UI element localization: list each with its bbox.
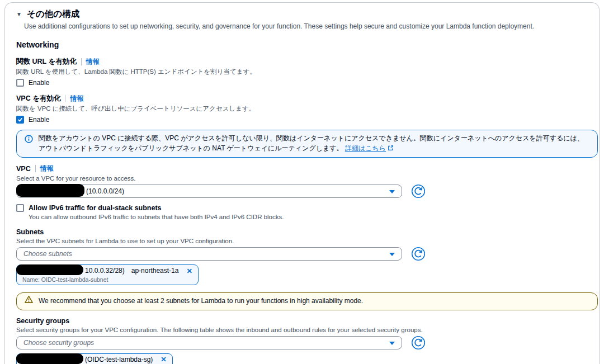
function-url-enable-checkbox[interactable] [16, 79, 24, 87]
vpc-description: Select a VPC for your resource to access… [16, 174, 597, 182]
refresh-icon [411, 184, 426, 198]
ipv6-description: You can allow outbound IPv6 traffic to s… [29, 213, 597, 221]
subnets-placeholder: Choose subnets [23, 250, 72, 258]
collapse-caret-icon[interactable]: ▼ [16, 12, 22, 17]
security-group-token-value: (OIDC-test-lambda-sg) [85, 356, 153, 363]
divider [65, 95, 65, 102]
function-url-label: 関数 URL を有効化 [16, 57, 77, 67]
security-groups-placeholder: Choose security groups [23, 339, 94, 347]
security-groups-refresh-button[interactable] [411, 335, 426, 350]
redaction-bar [16, 264, 83, 275]
security-group-token-dismiss-button[interactable]: ✕ [159, 355, 166, 363]
section-title: その他の構成 [27, 8, 79, 20]
ipv6-checkbox[interactable] [16, 204, 24, 212]
caret-down-icon [389, 253, 395, 256]
section-header[interactable]: ▼ その他の構成 [16, 8, 597, 20]
enable-vpc-enable-label: Enable [29, 116, 49, 124]
section-description: Use additional configurations to set up … [24, 22, 597, 31]
vpc-info-alert: 関数をアカウントの VPC に接続する際、VPC がアクセスを許可しない限り、関… [16, 130, 598, 158]
subnets-refresh-button[interactable] [411, 247, 426, 261]
vpc-selected-value: (10.0.0.0/24) [86, 187, 124, 195]
subnet-token-dismiss-button[interactable]: ✕ [185, 267, 192, 275]
info-circle-icon [25, 135, 33, 146]
subnets-description: Select the VPC subnets for Lambda to use… [16, 237, 597, 245]
subnet-token-name: Name: OIDC-test-lambda-subnet [22, 276, 192, 283]
vpc-info-link[interactable]: 情報 [40, 164, 54, 173]
subnets-label: Subnets [16, 228, 44, 236]
vpc-label: VPC [16, 165, 31, 173]
security-groups-select[interactable]: Choose security groups [16, 336, 402, 349]
divider [35, 165, 36, 172]
enable-vpc-info-link[interactable]: 情報 [70, 94, 83, 103]
subnet-token: 10.0.0.32/28) ap-northeast-1a ✕ Name: OI… [16, 264, 199, 285]
subnet-warning-text: We recommend that you choose at least 2 … [39, 296, 363, 306]
subnet-warning-alert: We recommend that you choose at least 2 … [16, 292, 598, 310]
subnets-select[interactable]: Choose subnets [16, 247, 402, 261]
enable-vpc-label-row: VPC を有効化 情報 [16, 94, 597, 103]
function-url-enable-label: Enable [29, 79, 49, 87]
security-group-token: (OIDC-test-lambda-sg) ✕ OIDC-test-lambda… [16, 353, 173, 364]
refresh-icon [411, 335, 426, 350]
enable-vpc-label: VPC を有効化 [16, 94, 60, 103]
vpc-refresh-button[interactable] [411, 184, 426, 198]
enable-vpc-checkbox[interactable] [16, 116, 24, 124]
function-url-description: 関数 URL を使用して、Lambda 関数に HTTP(S) エンドポイントを… [16, 68, 597, 75]
learn-more-link[interactable]: 詳細はこちら [345, 144, 386, 152]
additional-configuration-panel: ▼ その他の構成 Use additional configurations t… [4, 2, 600, 364]
warning-triangle-icon [25, 295, 33, 307]
ipv6-label: Allow IPv6 traffic for dual-stack subnet… [29, 204, 162, 212]
divider [81, 58, 82, 65]
networking-heading: Networking [16, 40, 597, 49]
check-icon [17, 117, 23, 122]
subnet-token-cidr: 10.0.0.32/28) [85, 267, 125, 275]
redaction-bar [16, 353, 83, 364]
subnet-token-az: ap-northeast-1a [131, 267, 179, 275]
function-url-label-row: 関数 URL を有効化 情報 [16, 57, 597, 67]
redaction-bar [16, 184, 84, 197]
enable-vpc-description: 関数を VPC に接続して、呼び出し中にプライベートリソースにアクセスします。 [16, 105, 597, 112]
function-url-info-link[interactable]: 情報 [86, 57, 100, 67]
caret-down-icon [389, 190, 395, 193]
refresh-icon [411, 247, 426, 261]
security-groups-label: Security groups [16, 317, 69, 325]
vpc-info-alert-text: 関数をアカウントの VPC に接続する際、VPC がアクセスを許可しない限り、関… [39, 134, 584, 152]
external-link-icon [388, 145, 394, 151]
caret-down-icon [389, 342, 395, 345]
vpc-select[interactable]: (10.0.0.0/24) [16, 185, 402, 198]
vpc-label-row: VPC 情報 [16, 164, 597, 173]
security-groups-description: Select security groups for your VPC conf… [16, 326, 597, 334]
